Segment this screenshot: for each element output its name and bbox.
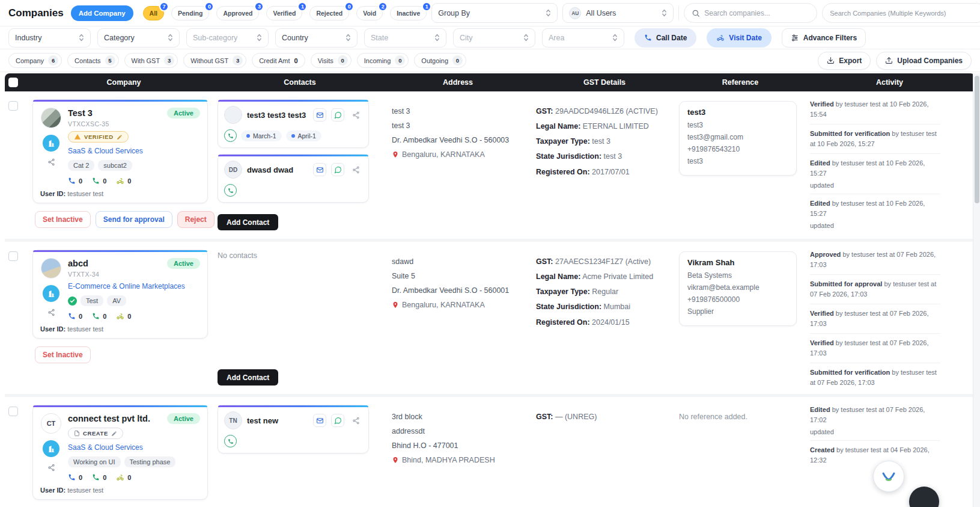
status-filter-void[interactable]: Void2 xyxy=(356,6,383,20)
reference-cell: test3test3test3@gmail.com+919876543210te… xyxy=(677,91,804,239)
set-inactive-button[interactable]: Set Inactive xyxy=(35,346,91,363)
search-companies-input[interactable] xyxy=(704,9,809,17)
stat-chip-credit-amt[interactable]: Credit Amt0 xyxy=(252,53,305,68)
reference-card: test3test3test3@gmail.com+919876543210te… xyxy=(679,101,797,176)
edit-icon[interactable] xyxy=(117,134,123,140)
gst-line: Taxpayer Type: test 3 xyxy=(536,136,668,147)
whatsapp-icon[interactable] xyxy=(331,163,344,176)
stat-chip-visits[interactable]: Visits0 xyxy=(311,53,352,68)
status-filter-rejected[interactable]: Rejected0 xyxy=(309,6,349,20)
add-contact-button[interactable]: Add Contact xyxy=(218,369,278,386)
status-filter-inactive[interactable]: Inactive1 xyxy=(390,6,427,20)
company-code: VTXCXSC-35 xyxy=(68,120,200,128)
activity-item: Submitted for verification by testuser t… xyxy=(810,363,940,392)
scrollbar-thumb[interactable] xyxy=(975,76,979,203)
filter-select-industry[interactable]: Industry xyxy=(8,28,91,48)
phone-outgoing-icon xyxy=(92,312,100,320)
status-filter-pending[interactable]: Pending0 xyxy=(171,6,209,20)
filter-select-city[interactable]: City xyxy=(453,28,535,48)
stat-chip-without-gst[interactable]: Without GST3 xyxy=(183,53,246,68)
advance-filters-button[interactable]: Advance Filters xyxy=(782,28,866,48)
stat-chip-label: Credit Amt xyxy=(259,57,290,64)
filter-select-label: Category xyxy=(104,34,163,42)
filter-select-country[interactable]: Country xyxy=(275,28,358,48)
contact-avatar xyxy=(224,106,242,124)
edit-icon[interactable] xyxy=(111,431,117,437)
contact-card: DDdwasd dwad xyxy=(218,154,369,203)
activity-note: updated xyxy=(810,428,940,435)
stat-chip-incoming[interactable]: Incoming0 xyxy=(357,53,409,68)
filter-select-category[interactable]: Category xyxy=(97,28,180,48)
count-calls-out: 0 xyxy=(92,312,106,320)
count-badge: 0 xyxy=(344,2,354,11)
count-calls: 0 xyxy=(68,177,82,185)
stat-chip-with-gst[interactable]: With GST3 xyxy=(124,53,178,68)
stat-chip-outgoing[interactable]: Outgoing0 xyxy=(414,53,466,68)
company-actions: Set Inactive xyxy=(32,346,208,363)
activity-action: Submitted for approval xyxy=(810,280,882,287)
share-icon[interactable] xyxy=(47,464,55,472)
visit-date-button[interactable]: Visit Date xyxy=(707,28,771,48)
share-icon[interactable] xyxy=(47,309,55,316)
column-header-reference: Reference xyxy=(677,78,804,87)
whatsapp-icon[interactable] xyxy=(331,108,344,121)
select-all-checkbox[interactable] xyxy=(8,78,18,87)
row-checkbox[interactable] xyxy=(8,101,18,111)
add-company-button[interactable]: Add Company xyxy=(71,5,133,21)
multi-keyword-search-input[interactable] xyxy=(822,3,980,23)
stat-chip-contacts[interactable]: Contacts5 xyxy=(67,53,118,68)
share-icon[interactable] xyxy=(47,158,55,166)
activity-line: Edited by testuser test at 10 Feb 2026, … xyxy=(810,158,940,178)
export-button[interactable]: Export xyxy=(818,52,871,70)
filter-select-area[interactable]: Area xyxy=(542,28,624,48)
email-icon[interactable] xyxy=(313,163,326,176)
company-tag: subcat2 xyxy=(98,160,132,171)
company-tag: Working on UI xyxy=(68,456,121,467)
activity-cell: Verified by testuser test at 10 Feb 2026… xyxy=(804,91,975,239)
visits-rider-icon xyxy=(116,177,124,185)
activity-cell: Approved by testuser test at 07 Feb 2026… xyxy=(804,242,975,394)
filter-select-state[interactable]: State xyxy=(364,28,446,48)
reject-button[interactable]: Reject xyxy=(177,211,215,228)
email-icon[interactable] xyxy=(313,414,326,427)
chat-widget[interactable] xyxy=(873,461,904,492)
send-for-approval-button[interactable]: Send for approval xyxy=(96,211,172,228)
reference-line: test3 xyxy=(687,121,788,129)
stat-chip-label: Outgoing xyxy=(421,57,448,64)
filter-select-sub-category[interactable]: Sub-category xyxy=(186,28,269,48)
create-badge[interactable]: CREATE xyxy=(68,428,123,439)
stat-chip-company[interactable]: Company6 xyxy=(8,53,62,68)
visits-rider-icon xyxy=(116,312,124,320)
set-inactive-button[interactable]: Set Inactive xyxy=(35,211,91,228)
all-users-select[interactable]: AU All Users xyxy=(562,3,674,23)
share-contact-icon[interactable] xyxy=(349,108,362,121)
row-checkbox[interactable] xyxy=(8,407,18,416)
gst-label: Taxpayer Type: xyxy=(536,137,590,146)
column-header-address: Address xyxy=(383,78,532,87)
status-filter-verified[interactable]: Verified1 xyxy=(266,6,302,20)
email-icon[interactable] xyxy=(313,108,326,121)
company-avatar xyxy=(41,108,61,128)
user-id-label: User ID: xyxy=(40,190,65,197)
gst-line: GST: 27AAECS1234F1Z7 (Active) xyxy=(536,256,668,267)
add-contact-button[interactable]: Add Contact xyxy=(218,214,278,230)
contact-avatar: TN xyxy=(224,411,242,429)
call-icon[interactable] xyxy=(224,129,237,142)
gst-label: State Jurisdiction: xyxy=(536,152,601,161)
count-visits: 0 xyxy=(116,473,131,481)
row-checkbox[interactable] xyxy=(8,251,18,261)
call-icon[interactable] xyxy=(224,435,237,447)
call-icon[interactable] xyxy=(224,184,237,197)
verified-badge[interactable]: VERIFIED xyxy=(68,131,129,143)
row-checkbox-cell xyxy=(5,91,31,239)
call-date-button[interactable]: Call Date xyxy=(635,28,696,48)
column-header-contacts: Contacts xyxy=(216,78,383,87)
activity-action: Verified xyxy=(810,100,834,108)
whatsapp-icon[interactable] xyxy=(331,414,344,427)
share-contact-icon[interactable] xyxy=(349,163,362,176)
share-contact-icon[interactable] xyxy=(349,414,362,427)
upload-companies-button[interactable]: Upload Companies xyxy=(876,52,972,70)
status-filter-approved[interactable]: Approved3 xyxy=(216,6,259,20)
group-by-select[interactable]: Group By xyxy=(431,3,558,23)
status-filter-all[interactable]: All7 xyxy=(143,6,164,20)
